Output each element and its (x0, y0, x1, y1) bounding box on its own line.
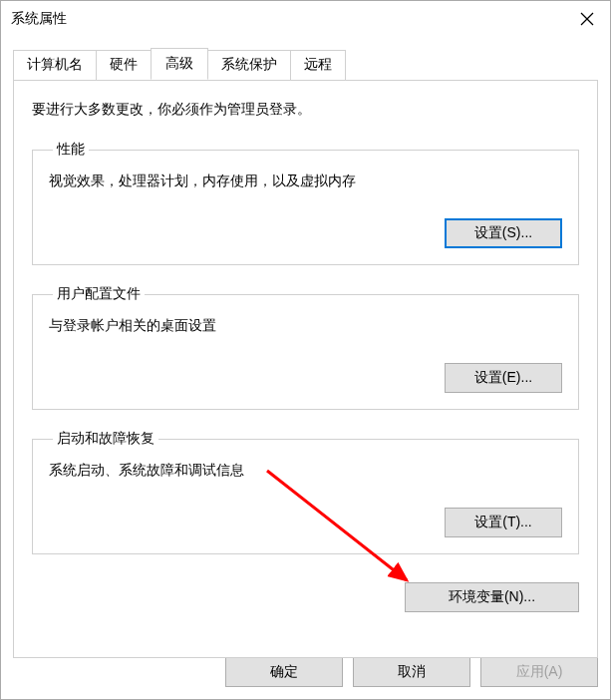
dialog-content: 计算机名 硬件 高级 系统保护 远程 要进行大多数更改，你必须作为管理员登录。 … (1, 37, 610, 658)
startup-recovery-settings-button[interactable]: 设置(T)... (445, 508, 562, 537)
titlebar: 系统属性 (1, 1, 610, 37)
admin-notice-text: 要进行大多数更改，你必须作为管理员登录。 (32, 101, 579, 119)
startup-recovery-group: 启动和故障恢复 系统启动、系统故障和调试信息 设置(T)... (32, 430, 579, 554)
dialog-footer: 确定 取消 应用(A) (225, 657, 598, 687)
user-profiles-legend: 用户配置文件 (53, 285, 145, 303)
tab-remote[interactable]: 远程 (290, 50, 346, 81)
tab-panel-advanced: 要进行大多数更改，你必须作为管理员登录。 性能 视觉效果，处理器计划，内存使用，… (13, 80, 598, 658)
apply-button[interactable]: 应用(A) (480, 657, 598, 687)
cancel-button[interactable]: 取消 (353, 657, 470, 687)
tab-hardware[interactable]: 硬件 (96, 50, 152, 81)
user-profiles-desc: 与登录帐户相关的桌面设置 (49, 317, 562, 335)
performance-desc: 视觉效果，处理器计划，内存使用，以及虚拟内存 (49, 173, 562, 190)
tab-strip: 计算机名 硬件 高级 系统保护 远程 (13, 49, 598, 80)
close-icon (580, 12, 594, 26)
ok-button[interactable]: 确定 (225, 657, 343, 687)
performance-settings-button[interactable]: 设置(S)... (445, 218, 562, 248)
tab-advanced[interactable]: 高级 (151, 48, 208, 80)
startup-recovery-legend: 启动和故障恢复 (53, 430, 158, 448)
user-profiles-settings-button[interactable]: 设置(E)... (445, 363, 562, 393)
tab-system-protection[interactable]: 系统保护 (207, 50, 291, 81)
environment-variables-button[interactable]: 环境变量(N)... (405, 582, 579, 612)
user-profiles-group: 用户配置文件 与登录帐户相关的桌面设置 设置(E)... (32, 285, 579, 410)
window-title: 系统属性 (11, 10, 67, 28)
performance-group: 性能 视觉效果，处理器计划，内存使用，以及虚拟内存 设置(S)... (32, 141, 579, 265)
tab-computer-name[interactable]: 计算机名 (13, 50, 97, 81)
performance-legend: 性能 (53, 141, 89, 159)
startup-recovery-desc: 系统启动、系统故障和调试信息 (49, 462, 562, 480)
close-button[interactable] (564, 1, 610, 37)
